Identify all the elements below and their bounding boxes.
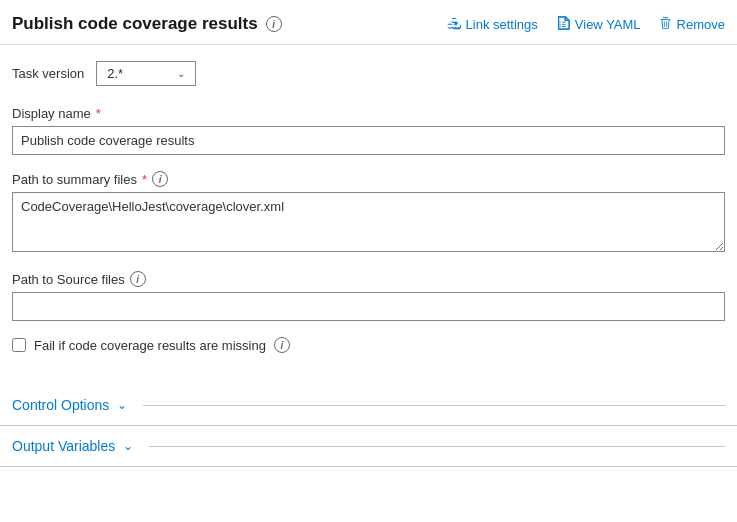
- output-variables-title: Output Variables: [12, 438, 115, 454]
- link-settings-label: Link settings: [466, 17, 538, 32]
- path-source-input[interactable]: [12, 292, 725, 321]
- task-version-label: Task version: [12, 66, 84, 81]
- path-summary-input[interactable]: CodeCoverage\HelloJest\coverage\clover.x…: [12, 192, 725, 252]
- task-version-select[interactable]: 2.* ⌄: [96, 61, 196, 86]
- fail-if-missing-checkbox[interactable]: [12, 338, 26, 352]
- path-source-field: Path to Source files i: [12, 271, 725, 321]
- remove-icon: [659, 16, 672, 33]
- path-summary-info-icon[interactable]: i: [152, 171, 168, 187]
- path-source-info-icon[interactable]: i: [130, 271, 146, 287]
- view-yaml-button[interactable]: View YAML: [556, 16, 641, 33]
- path-summary-required: *: [142, 172, 147, 187]
- path-summary-label: Path to summary files * i: [12, 171, 725, 187]
- output-variables-section: Output Variables ⌄: [0, 426, 737, 467]
- output-variables-header[interactable]: Output Variables ⌄: [0, 438, 737, 454]
- remove-label: Remove: [677, 17, 725, 32]
- top-bar-actions: Link settings View YAML Remove: [447, 16, 725, 33]
- control-options-title: Control Options: [12, 397, 109, 413]
- display-name-required: *: [96, 106, 101, 121]
- fail-if-missing-info-icon[interactable]: i: [274, 337, 290, 353]
- path-summary-field: Path to summary files * i CodeCoverage\H…: [12, 171, 725, 255]
- fail-if-missing-label: Fail if code coverage results are missin…: [34, 338, 266, 353]
- page-title: Publish code coverage results: [12, 14, 258, 34]
- display-name-label: Display name *: [12, 106, 725, 121]
- view-yaml-label: View YAML: [575, 17, 641, 32]
- control-options-chevron-icon: ⌄: [117, 398, 127, 412]
- task-version-chevron-icon: ⌄: [177, 68, 185, 79]
- top-bar-left: Publish code coverage results i: [12, 14, 282, 34]
- display-name-input[interactable]: [12, 126, 725, 155]
- path-source-label: Path to Source files i: [12, 271, 725, 287]
- top-bar: Publish code coverage results i Link set…: [0, 0, 737, 45]
- task-version-row: Task version 2.* ⌄: [12, 61, 725, 86]
- title-info-icon[interactable]: i: [266, 16, 282, 32]
- control-options-section: Control Options ⌄: [0, 385, 737, 426]
- main-content: Task version 2.* ⌄ Display name * Path t…: [0, 45, 737, 385]
- remove-button[interactable]: Remove: [659, 16, 725, 33]
- link-settings-button[interactable]: Link settings: [447, 16, 538, 33]
- view-yaml-icon: [556, 16, 570, 33]
- task-version-value: 2.*: [107, 66, 169, 81]
- link-settings-icon: [447, 16, 461, 33]
- control-options-header[interactable]: Control Options ⌄: [0, 397, 737, 413]
- display-name-field: Display name *: [12, 106, 725, 155]
- output-variables-divider: [149, 446, 725, 447]
- control-options-divider: [143, 405, 725, 406]
- fail-if-missing-row: Fail if code coverage results are missin…: [12, 337, 725, 353]
- output-variables-chevron-icon: ⌄: [123, 439, 133, 453]
